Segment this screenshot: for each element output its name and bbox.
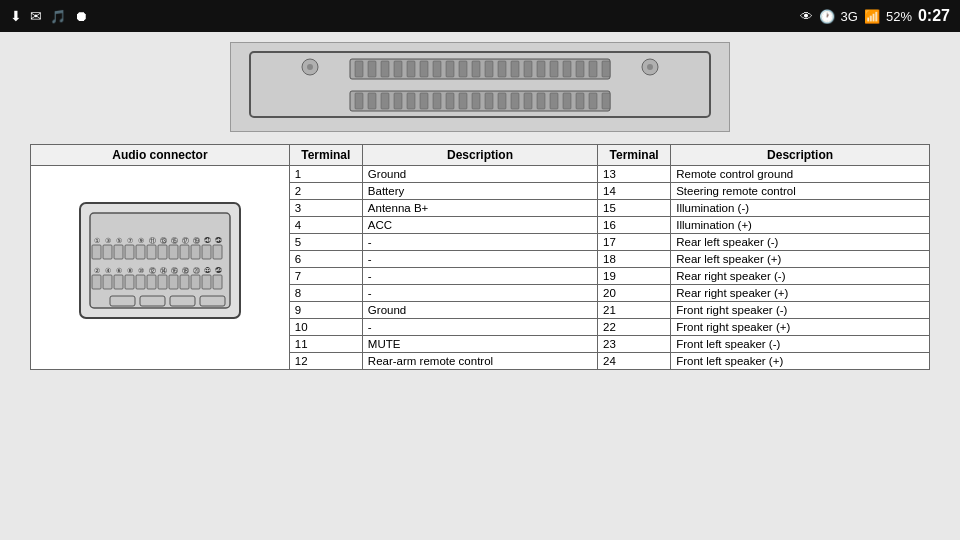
clock-icon: 🕐 (819, 9, 835, 24)
svg-rect-17 (498, 61, 506, 77)
terminal-number-left: 1 (289, 166, 362, 183)
svg-rect-42 (550, 93, 558, 109)
svg-rect-33 (433, 93, 441, 109)
description-left: Rear-arm remote control (362, 353, 597, 370)
svg-point-2 (307, 64, 313, 70)
svg-rect-46 (602, 93, 610, 109)
description-right: Front left speaker (-) (671, 336, 930, 353)
svg-rect-14 (459, 61, 467, 77)
terminal-number-left: 4 (289, 217, 362, 234)
svg-rect-95 (202, 275, 211, 289)
svg-text:④: ④ (105, 267, 111, 274)
svg-rect-29 (381, 93, 389, 109)
terminal-number-left: 6 (289, 251, 362, 268)
status-right-area: 👁 🕐 3G 📶 52% 0:27 (800, 7, 950, 25)
terminal-number-right: 22 (598, 319, 671, 336)
svg-text:⑮: ⑮ (170, 237, 177, 244)
svg-text:⑬: ⑬ (159, 237, 166, 244)
svg-rect-62 (103, 245, 112, 259)
svg-rect-21 (550, 61, 558, 77)
svg-rect-67 (158, 245, 167, 259)
eye-icon: 👁 (800, 9, 813, 24)
svg-rect-68 (169, 245, 178, 259)
signal-icon: 📶 (864, 9, 880, 24)
svg-text:⑫: ⑫ (148, 267, 155, 274)
terminal-number-left: 3 (289, 200, 362, 217)
svg-rect-90 (147, 275, 156, 289)
description-right: Rear left speaker (-) (671, 234, 930, 251)
svg-text:⑪: ⑪ (148, 237, 155, 244)
svg-text:②: ② (94, 267, 100, 274)
svg-rect-37 (485, 93, 493, 109)
record-icon: ⏺ (74, 8, 88, 24)
svg-text:㉒: ㉒ (203, 267, 210, 274)
terminal-number-right: 24 (598, 353, 671, 370)
svg-text:⑱: ⑱ (181, 267, 188, 274)
svg-rect-93 (180, 275, 189, 289)
svg-point-4 (647, 64, 653, 70)
terminal-number-left: 7 (289, 268, 362, 285)
music-icon: 🎵 (50, 9, 66, 24)
svg-rect-100 (200, 296, 225, 306)
svg-rect-71 (202, 245, 211, 259)
header-terminal2: Terminal (598, 145, 671, 166)
description-left: MUTE (362, 336, 597, 353)
description-right: Remote control ground (671, 166, 930, 183)
description-left: - (362, 319, 597, 336)
terminal-number-right: 20 (598, 285, 671, 302)
terminal-number-right: 21 (598, 302, 671, 319)
svg-rect-28 (368, 93, 376, 109)
svg-rect-63 (114, 245, 123, 259)
svg-rect-11 (420, 61, 428, 77)
terminal-number-right: 15 (598, 200, 671, 217)
terminal-number-left: 8 (289, 285, 362, 302)
svg-rect-89 (136, 275, 145, 289)
svg-rect-40 (524, 93, 532, 109)
description-right: Rear right speaker (-) (671, 268, 930, 285)
terminal-number-left: 10 (289, 319, 362, 336)
svg-rect-34 (446, 93, 454, 109)
network-indicator: 3G (841, 9, 858, 24)
svg-rect-13 (446, 61, 454, 77)
svg-rect-99 (170, 296, 195, 306)
email-icon: ✉ (30, 8, 42, 24)
svg-rect-23 (576, 61, 584, 77)
status-bar: ⬇ ✉ 🎵 ⏺ 👁 🕐 3G 📶 52% 0:27 (0, 0, 960, 32)
svg-text:⑦: ⑦ (127, 237, 133, 244)
description-right: Steering remote control (671, 183, 930, 200)
svg-rect-72 (213, 245, 222, 259)
terminal-number-right: 19 (598, 268, 671, 285)
svg-rect-65 (136, 245, 145, 259)
description-right: Illumination (-) (671, 200, 930, 217)
svg-rect-45 (589, 93, 597, 109)
svg-rect-98 (140, 296, 165, 306)
svg-rect-88 (125, 275, 134, 289)
description-left: Ground (362, 302, 597, 319)
svg-rect-97 (110, 296, 135, 306)
svg-rect-64 (125, 245, 134, 259)
description-left: - (362, 234, 597, 251)
svg-rect-66 (147, 245, 156, 259)
time-display: 0:27 (918, 7, 950, 25)
svg-rect-36 (472, 93, 480, 109)
header-description2: Description (671, 145, 930, 166)
description-right: Illumination (+) (671, 217, 930, 234)
svg-text:⑭: ⑭ (159, 267, 166, 274)
svg-rect-43 (563, 93, 571, 109)
top-connector-diagram (230, 42, 730, 132)
description-right: Front right speaker (+) (671, 319, 930, 336)
description-right: Rear right speaker (+) (671, 285, 930, 302)
svg-rect-6 (355, 61, 363, 77)
svg-text:⑯: ⑯ (170, 267, 177, 274)
terminal-number-right: 18 (598, 251, 671, 268)
terminal-number-right: 13 (598, 166, 671, 183)
description-left: ACC (362, 217, 597, 234)
description-right: Front left speaker (+) (671, 353, 930, 370)
svg-text:⑨: ⑨ (138, 237, 144, 244)
description-left: - (362, 251, 597, 268)
terminal-number-left: 12 (289, 353, 362, 370)
svg-rect-94 (191, 275, 200, 289)
description-left: Antenna B+ (362, 200, 597, 217)
svg-text:⑩: ⑩ (138, 267, 144, 274)
svg-rect-20 (537, 61, 545, 77)
